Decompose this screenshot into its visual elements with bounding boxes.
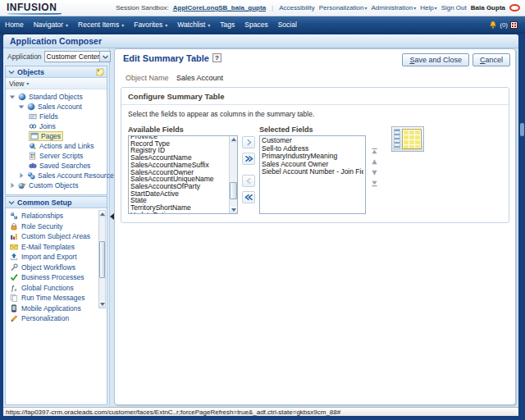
move-down-button[interactable] [371,169,378,176]
common-setup-scrollbar[interactable] [98,210,106,308]
tree-item-pages[interactable]: Pages [6,131,107,141]
objects-view-menu[interactable]: View ▾ [6,78,107,89]
application-select-dropdown-button[interactable] [99,52,110,62]
selected-field-option[interactable]: Customer [262,137,363,145]
setup-item-email-templates[interactable]: E-Mail Templates [10,242,98,253]
tree-item-standard-objects[interactable]: Standard Objects [6,92,107,102]
setup-item-mobile-applications[interactable]: Mobile Applications [10,304,98,314]
nav-tags[interactable]: Tags [215,21,240,29]
note-icon[interactable] [96,68,104,76]
available-field-option[interactable]: Registry ID [130,147,227,154]
available-field-option[interactable]: SalesAccountName [130,154,227,162]
remove-selected-button[interactable] [242,175,255,187]
setup-item-run-time-messages[interactable]: Run Time Messages [10,293,98,304]
nav-home[interactable]: Home [0,21,29,29]
divider: | [270,4,275,11]
actions-links-icon [29,142,37,150]
setup-item-role-security[interactable]: Role Security [10,221,98,232]
expander-expanded-icon[interactable] [18,103,25,110]
expander-collapsed-icon[interactable] [9,182,16,189]
scroll-up-icon[interactable] [99,211,105,217]
administration-menu[interactable]: Administration▾ [371,4,416,11]
tree-item-custom-objects[interactable]: Custom Objects [6,180,107,190]
setup-item-object-workflows[interactable]: Object Workflows [10,262,98,273]
check-icon [10,273,18,281]
move-to-top-button[interactable] [371,148,378,155]
selected-field-option[interactable]: Siebel Account Number - Join Field [262,168,363,176]
available-field-option[interactable]: TerritoryShortName [130,204,227,212]
available-field-option[interactable]: SalesAccountsOfParty [130,183,227,190]
setup-item-global-functions[interactable]: ƒx Global Functions [10,283,98,294]
move-to-bottom-button[interactable] [371,180,378,187]
tree-item-sales-account[interactable]: Sales Account [6,102,107,112]
selected-field-option[interactable]: Sell-to Address [262,145,363,153]
available-field-option[interactable]: State [130,197,227,204]
setup-item-custom-subject-areas[interactable]: Custom Subject Areas [10,231,98,242]
server-scripts-icon [29,152,37,160]
objects-panel-header[interactable]: Objects [6,66,107,78]
nav-watchlist[interactable]: Watchlist▾ [172,21,215,29]
right-splitter-grip[interactable] [520,123,524,136]
nav-spaces[interactable]: Spaces [240,21,272,29]
expander-collapsed-icon[interactable] [18,172,25,179]
application-select[interactable]: Customer Center [44,51,112,62]
move-all-button[interactable] [242,153,255,165]
nav-recent-items[interactable]: Recent Items▾ [73,21,129,29]
common-setup-panel-header[interactable]: Common Setup [6,197,107,208]
section-instruction: Select the fields to appear as columns i… [128,110,502,118]
personalization-menu[interactable]: Personalization▾ [319,4,368,11]
tree-item-fields[interactable]: Fields [6,112,107,121]
selected-fields-listbox[interactable]: CustomerSell-to AddressPrimaryIndustryMe… [259,135,366,214]
scrollbar-thumb[interactable] [99,241,105,279]
scrollbar-thumb[interactable] [230,182,237,199]
available-field-option[interactable]: SalesAccountUniqueName [130,176,227,183]
move-selected-button[interactable] [242,136,255,148]
tree-item-actions-and-links[interactable]: Actions and Links [6,141,107,151]
tree-item-server-scripts[interactable]: Server Scripts [6,151,107,161]
setup-item-personalization[interactable]: Personalization [10,313,98,324]
notification-bell-icon[interactable] [489,21,497,30]
available-field-option[interactable]: UpdateRating [130,212,227,213]
tree-item-joins[interactable]: Joins [6,121,107,131]
scroll-down-icon[interactable] [230,207,237,213]
move-up-button[interactable] [371,158,378,166]
tree-item-saved-searches[interactable]: Saved Searches [6,161,107,171]
joins-icon [29,122,37,130]
scroll-up-icon[interactable] [230,136,237,143]
nav-favorites[interactable]: Favorites▾ [129,21,172,29]
sidebar: Application Customer Center Objects [3,48,110,407]
available-field-option[interactable]: StartDateActive [130,190,227,198]
remove-all-button[interactable] [242,191,255,203]
help-icon[interactable]: ? [212,53,221,62]
application-composer-header: Application Composer [3,34,518,48]
nav-social[interactable]: Social [273,21,302,29]
session-sandbox-link[interactable]: ApplCoreLongSB_bala_gupta [173,4,266,11]
selected-field-option[interactable]: Sales Account Owner [262,161,363,169]
double-chevron-right-icon [244,155,253,162]
pages-icon [30,132,39,140]
relationships-icon [10,212,18,220]
sign-out-link[interactable]: Sign Out [441,4,467,11]
scroll-down-icon[interactable] [99,301,105,308]
available-field-option[interactable]: SalesAccountNameSuffix [130,162,227,169]
available-fields-scrollbar[interactable] [229,136,237,213]
expander-expanded-icon[interactable] [9,94,16,100]
setup-item-business-processes[interactable]: Business Processes [10,272,98,283]
preview-sidebar-graphic [394,129,400,149]
accessibility-link[interactable]: Accessibility [279,4,315,11]
cancel-button[interactable]: Cancel [472,53,510,66]
setup-item-import-and-export[interactable]: Import and Export [10,252,98,262]
help-menu[interactable]: Help▾ [420,4,436,11]
save-and-close-button[interactable]: Save and Close [402,53,469,66]
app-grid-icon[interactable] [510,21,518,29]
setup-item-relationships[interactable]: Relationships [10,211,98,221]
available-field-option[interactable]: SalesAccountOwner [130,169,227,176]
selected-field-option[interactable]: PrimaryIndustryMeaning [262,153,363,161]
tree-item-sales-account-resource[interactable]: Sales Account Resource [6,171,107,180]
collapse-chevron-icon[interactable] [8,69,15,75]
available-fields-listbox[interactable]: ProvinceRecord TypeRegistry IDSalesAccou… [128,135,238,214]
nav-navigator[interactable]: Navigator▾ [29,21,73,29]
browser-status-bar: https://fap0397-crm.oracleads.com/custom… [3,407,518,416]
available-field-option[interactable]: Record Type [130,140,227,148]
collapse-chevron-icon[interactable] [8,199,15,206]
